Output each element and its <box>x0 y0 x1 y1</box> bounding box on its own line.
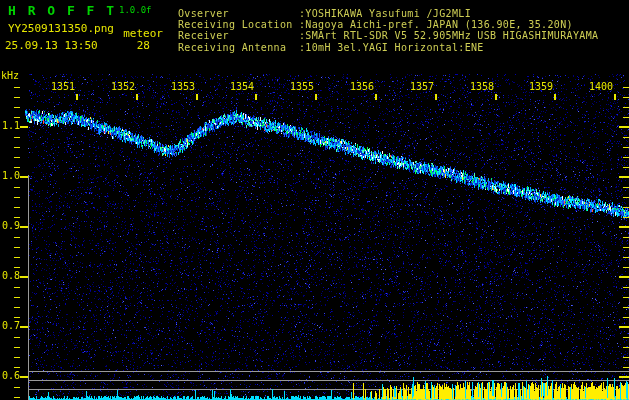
app-version: 1.0.0f <box>119 6 152 15</box>
x-tick-label: 1352 <box>111 82 135 92</box>
station-label: Ovserver <box>178 9 299 19</box>
mode-label: meteor <box>123 28 163 39</box>
y-axis-unit: kHz <box>1 71 19 81</box>
y-tick-label: 1.1 <box>0 121 20 131</box>
station-row-receiver: Receiver:SMArt RTL-SDR V5 52.905MHz USB … <box>178 31 598 41</box>
station-row-observer: Ovserver:YOSHIKAWA Yasufumi /JG2MLI <box>178 9 471 19</box>
station-label: Receiver <box>178 31 299 41</box>
station-value: :10mH 3el.YAGI Horizontal:ENE <box>299 42 484 53</box>
record-datetime: 25.09.13 13:50 <box>5 40 98 51</box>
x-tick-label: 1354 <box>230 82 254 92</box>
station-label: Receiving Location <box>178 20 299 30</box>
station-label: Receiving Antenna <box>178 43 299 53</box>
x-tick-label: 1359 <box>529 82 553 92</box>
station-value: :YOSHIKAWA Yasufumi /JG2MLI <box>299 8 471 19</box>
x-tick-label: 1355 <box>290 82 314 92</box>
hrofft-screen: H R O F F T 1.0.0f YY2509131350.png mete… <box>0 0 629 400</box>
x-tick-label: 1356 <box>350 82 374 92</box>
y-tick-label: 0.7 <box>0 321 20 331</box>
y-tick-label: 0.8 <box>0 271 20 281</box>
output-filename: YY2509131350.png <box>8 23 114 34</box>
app-title: H R O F F T <box>8 4 116 17</box>
x-tick-label: 1358 <box>470 82 494 92</box>
station-row-location: Receiving Location:Nagoya Aichi-pref. JA… <box>178 20 573 30</box>
station-row-antenna: Receiving Antenna:10mH 3el.YAGI Horizont… <box>178 43 484 53</box>
y-tick-label: 0.9 <box>0 221 20 231</box>
y-tick-label: 1.0 <box>0 171 20 181</box>
station-value: :Nagoya Aichi-pref. JAPAN (136.90E, 35.2… <box>299 19 573 30</box>
meteor-count: 28 <box>126 40 150 51</box>
spectrogram-canvas <box>0 0 629 400</box>
y-tick-label: 0.6 <box>0 371 20 381</box>
x-tick-label: 1351 <box>51 82 75 92</box>
station-value: :SMArt RTL-SDR V5 52.905MHz USB HIGASHIM… <box>299 30 598 41</box>
x-tick-label: 1357 <box>410 82 434 92</box>
x-tick-label: 1400 <box>589 82 613 92</box>
x-tick-label: 1353 <box>171 82 195 92</box>
